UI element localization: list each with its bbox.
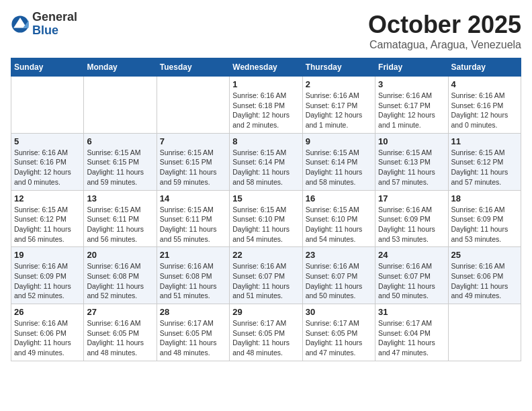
day-info: Sunrise: 6:16 AM Sunset: 6:06 PM Dayligh… <box>451 261 518 301</box>
header-saturday: Saturday <box>448 58 521 77</box>
day-number: 26 <box>14 307 81 317</box>
day-info: Sunrise: 6:16 AM Sunset: 6:08 PM Dayligh… <box>87 261 153 301</box>
header: General Blue October 2025 Camatagua, Ara… <box>11 11 521 51</box>
table-row: 5Sunrise: 6:16 AM Sunset: 6:16 PM Daylig… <box>11 133 84 190</box>
day-number: 20 <box>87 250 153 260</box>
table-row: 22Sunrise: 6:16 AM Sunset: 6:07 PM Dayli… <box>230 247 302 304</box>
day-number: 27 <box>87 307 153 317</box>
day-number: 23 <box>306 250 372 260</box>
day-info: Sunrise: 6:16 AM Sunset: 6:09 PM Dayligh… <box>451 205 518 244</box>
table-row: 20Sunrise: 6:16 AM Sunset: 6:08 PM Dayli… <box>84 247 157 304</box>
table-row: 30Sunrise: 6:17 AM Sunset: 6:05 PM Dayli… <box>302 304 375 361</box>
header-sunday: Sunday <box>11 58 84 77</box>
day-info: Sunrise: 6:15 AM Sunset: 6:12 PM Dayligh… <box>14 205 81 244</box>
table-row: 25Sunrise: 6:16 AM Sunset: 6:06 PM Dayli… <box>448 247 521 304</box>
day-number: 21 <box>160 250 226 260</box>
table-row: 15Sunrise: 6:15 AM Sunset: 6:10 PM Dayli… <box>230 190 302 247</box>
table-row: 12Sunrise: 6:15 AM Sunset: 6:12 PM Dayli… <box>11 190 84 247</box>
table-row: 17Sunrise: 6:16 AM Sunset: 6:09 PM Dayli… <box>375 190 448 247</box>
day-number: 4 <box>451 79 518 89</box>
day-number: 9 <box>306 136 372 146</box>
day-info: Sunrise: 6:15 AM Sunset: 6:12 PM Dayligh… <box>451 148 518 187</box>
table-row: 7Sunrise: 6:15 AM Sunset: 6:15 PM Daylig… <box>157 133 229 190</box>
table-row: 27Sunrise: 6:16 AM Sunset: 6:05 PM Dayli… <box>84 304 157 361</box>
table-row: 8Sunrise: 6:15 AM Sunset: 6:14 PM Daylig… <box>230 133 302 190</box>
day-number: 5 <box>14 136 81 146</box>
day-info: Sunrise: 6:17 AM Sunset: 6:05 PM Dayligh… <box>306 318 372 358</box>
day-number: 14 <box>160 193 226 203</box>
day-info: Sunrise: 6:15 AM Sunset: 6:11 PM Dayligh… <box>160 205 226 244</box>
table-row <box>157 77 229 134</box>
table-row: 6Sunrise: 6:15 AM Sunset: 6:15 PM Daylig… <box>84 133 157 190</box>
header-tuesday: Tuesday <box>157 58 229 77</box>
title-area: October 2025 Camatagua, Aragua, Venezuel… <box>368 11 521 51</box>
day-number: 8 <box>232 136 299 146</box>
day-number: 7 <box>160 136 226 146</box>
day-info: Sunrise: 6:15 AM Sunset: 6:13 PM Dayligh… <box>378 148 445 187</box>
header-wednesday: Wednesday <box>230 58 302 77</box>
day-info: Sunrise: 6:17 AM Sunset: 6:05 PM Dayligh… <box>160 318 226 358</box>
day-info: Sunrise: 6:17 AM Sunset: 6:04 PM Dayligh… <box>378 318 445 358</box>
header-thursday: Thursday <box>302 58 375 77</box>
day-number: 12 <box>14 193 81 203</box>
day-number: 6 <box>87 136 153 146</box>
month-title: October 2025 <box>368 11 521 39</box>
day-number: 19 <box>14 250 81 260</box>
table-row: 21Sunrise: 6:16 AM Sunset: 6:08 PM Dayli… <box>157 247 229 304</box>
day-number: 3 <box>378 79 445 89</box>
calendar-week-row: 5Sunrise: 6:16 AM Sunset: 6:16 PM Daylig… <box>11 133 521 190</box>
day-info: Sunrise: 6:16 AM Sunset: 6:05 PM Dayligh… <box>87 318 153 358</box>
table-row <box>448 304 521 361</box>
table-row: 16Sunrise: 6:15 AM Sunset: 6:10 PM Dayli… <box>302 190 375 247</box>
calendar-week-row: 26Sunrise: 6:16 AM Sunset: 6:06 PM Dayli… <box>11 304 521 361</box>
day-number: 15 <box>232 193 299 203</box>
day-number: 24 <box>378 250 445 260</box>
day-number: 18 <box>451 193 518 203</box>
day-number: 28 <box>160 307 226 317</box>
table-row: 19Sunrise: 6:16 AM Sunset: 6:09 PM Dayli… <box>11 247 84 304</box>
day-number: 30 <box>306 307 372 317</box>
header-friday: Friday <box>375 58 448 77</box>
table-row: 10Sunrise: 6:15 AM Sunset: 6:13 PM Dayli… <box>375 133 448 190</box>
table-row: 3Sunrise: 6:16 AM Sunset: 6:17 PM Daylig… <box>375 77 448 134</box>
table-row: 11Sunrise: 6:15 AM Sunset: 6:12 PM Dayli… <box>448 133 521 190</box>
logo-text: General Blue <box>32 11 77 38</box>
day-number: 2 <box>306 79 372 89</box>
day-number: 11 <box>451 136 518 146</box>
table-row: 29Sunrise: 6:17 AM Sunset: 6:05 PM Dayli… <box>230 304 302 361</box>
day-info: Sunrise: 6:16 AM Sunset: 6:08 PM Dayligh… <box>160 261 226 301</box>
day-number: 29 <box>232 307 299 317</box>
table-row <box>11 77 84 134</box>
table-row: 9Sunrise: 6:15 AM Sunset: 6:14 PM Daylig… <box>302 133 375 190</box>
day-info: Sunrise: 6:16 AM Sunset: 6:07 PM Dayligh… <box>378 261 445 301</box>
calendar-week-row: 1Sunrise: 6:16 AM Sunset: 6:18 PM Daylig… <box>11 77 521 134</box>
day-info: Sunrise: 6:16 AM Sunset: 6:09 PM Dayligh… <box>14 261 81 301</box>
table-row: 1Sunrise: 6:16 AM Sunset: 6:18 PM Daylig… <box>230 77 302 134</box>
day-info: Sunrise: 6:16 AM Sunset: 6:07 PM Dayligh… <box>232 261 299 301</box>
logo: General Blue <box>11 11 77 38</box>
header-monday: Monday <box>84 58 157 77</box>
table-row: 31Sunrise: 6:17 AM Sunset: 6:04 PM Dayli… <box>375 304 448 361</box>
day-number: 13 <box>87 193 153 203</box>
table-row: 14Sunrise: 6:15 AM Sunset: 6:11 PM Dayli… <box>157 190 229 247</box>
day-info: Sunrise: 6:15 AM Sunset: 6:11 PM Dayligh… <box>87 205 153 244</box>
day-info: Sunrise: 6:15 AM Sunset: 6:10 PM Dayligh… <box>232 205 299 244</box>
day-info: Sunrise: 6:16 AM Sunset: 6:17 PM Dayligh… <box>378 91 445 130</box>
day-number: 10 <box>378 136 445 146</box>
day-info: Sunrise: 6:16 AM Sunset: 6:06 PM Dayligh… <box>14 318 81 358</box>
table-row: 23Sunrise: 6:16 AM Sunset: 6:07 PM Dayli… <box>302 247 375 304</box>
day-info: Sunrise: 6:15 AM Sunset: 6:14 PM Dayligh… <box>306 148 372 187</box>
table-row: 2Sunrise: 6:16 AM Sunset: 6:17 PM Daylig… <box>302 77 375 134</box>
calendar-header-row: Sunday Monday Tuesday Wednesday Thursday… <box>11 58 521 77</box>
table-row: 24Sunrise: 6:16 AM Sunset: 6:07 PM Dayli… <box>375 247 448 304</box>
logo-icon <box>11 15 30 34</box>
day-info: Sunrise: 6:15 AM Sunset: 6:15 PM Dayligh… <box>160 148 226 187</box>
table-row: 13Sunrise: 6:15 AM Sunset: 6:11 PM Dayli… <box>84 190 157 247</box>
table-row: 28Sunrise: 6:17 AM Sunset: 6:05 PM Dayli… <box>157 304 229 361</box>
day-number: 25 <box>451 250 518 260</box>
day-number: 16 <box>306 193 372 203</box>
day-info: Sunrise: 6:16 AM Sunset: 6:16 PM Dayligh… <box>14 148 81 187</box>
table-row: 26Sunrise: 6:16 AM Sunset: 6:06 PM Dayli… <box>11 304 84 361</box>
day-info: Sunrise: 6:16 AM Sunset: 6:16 PM Dayligh… <box>451 91 518 130</box>
table-row: 18Sunrise: 6:16 AM Sunset: 6:09 PM Dayli… <box>448 190 521 247</box>
